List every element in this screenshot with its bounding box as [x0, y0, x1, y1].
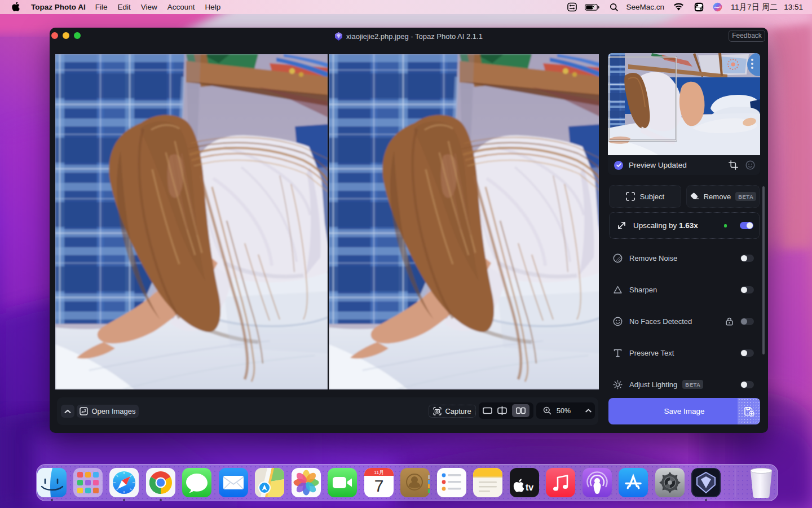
svg-text:11月: 11月	[374, 470, 383, 475]
svg-text:7: 7	[374, 476, 384, 495]
svg-text:tv: tv	[526, 483, 533, 492]
